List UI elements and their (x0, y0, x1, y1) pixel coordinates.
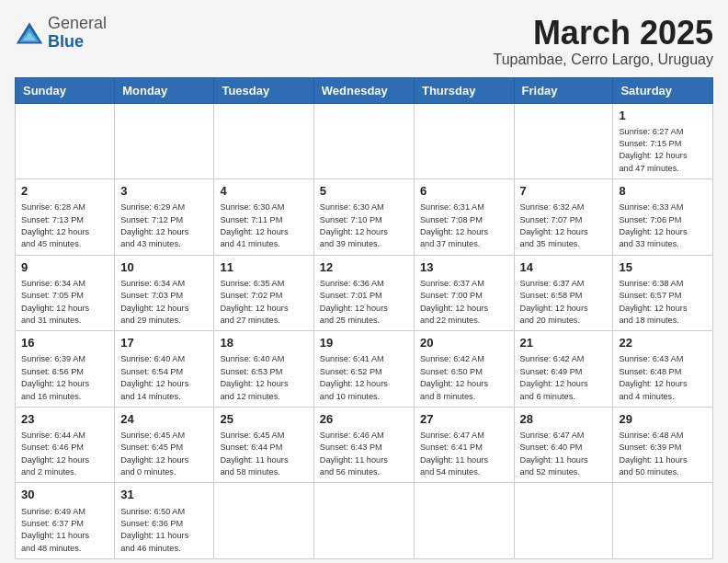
calendar-cell: 31Sunrise: 6:50 AM Sunset: 6:36 PM Dayli… (115, 483, 214, 559)
day-number: 3 (120, 183, 208, 200)
day-number: 8 (619, 183, 707, 200)
calendar-cell: 12Sunrise: 6:36 AM Sunset: 7:01 PM Dayli… (313, 255, 414, 331)
calendar-cell (313, 483, 414, 559)
day-number: 21 (520, 335, 608, 351)
day-number: 22 (619, 335, 707, 351)
day-number: 17 (120, 335, 208, 351)
calendar-cell (214, 483, 313, 559)
day-info: Sunrise: 6:45 AM Sunset: 6:44 PM Dayligh… (220, 430, 307, 478)
calendar-cell: 9Sunrise: 6:34 AM Sunset: 7:05 PM Daylig… (16, 255, 115, 331)
weekday-header-monday: Monday (115, 77, 214, 103)
day-number: 5 (320, 183, 408, 200)
weekday-header-saturday: Saturday (613, 77, 713, 103)
calendar-week-2: 2Sunrise: 6:28 AM Sunset: 7:13 PM Daylig… (16, 179, 713, 256)
calendar-week-5: 23Sunrise: 6:44 AM Sunset: 6:46 PM Dayli… (16, 407, 713, 483)
calendar-cell: 3Sunrise: 6:29 AM Sunset: 7:12 PM Daylig… (115, 179, 214, 256)
day-info: Sunrise: 6:33 AM Sunset: 7:06 PM Dayligh… (619, 201, 707, 250)
day-info: Sunrise: 6:39 AM Sunset: 6:56 PM Dayligh… (21, 353, 108, 402)
calendar-cell (613, 483, 713, 559)
day-number: 11 (220, 259, 307, 276)
day-number: 4 (220, 183, 307, 200)
logo: General Blue (15, 15, 107, 52)
calendar-cell: 1Sunrise: 6:27 AM Sunset: 7:15 PM Daylig… (613, 103, 713, 179)
calendar-cell (313, 103, 414, 179)
day-number: 27 (420, 411, 508, 428)
calendar-cell: 29Sunrise: 6:48 AM Sunset: 6:39 PM Dayli… (613, 407, 713, 483)
calendar-cell (214, 103, 313, 179)
logo-text: General Blue (48, 15, 107, 52)
day-info: Sunrise: 6:48 AM Sunset: 6:39 PM Dayligh… (619, 430, 707, 478)
calendar-cell: 16Sunrise: 6:39 AM Sunset: 6:56 PM Dayli… (16, 331, 115, 408)
weekday-header-tuesday: Tuesday (214, 77, 313, 103)
calendar-cell: 11Sunrise: 6:35 AM Sunset: 7:02 PM Dayli… (214, 255, 313, 331)
calendar-cell (414, 103, 514, 179)
calendar-cell: 20Sunrise: 6:42 AM Sunset: 6:50 PM Dayli… (414, 331, 514, 408)
calendar-cell: 14Sunrise: 6:37 AM Sunset: 6:58 PM Dayli… (514, 255, 613, 331)
day-number: 6 (420, 183, 508, 200)
day-number: 20 (420, 335, 508, 351)
day-info: Sunrise: 6:30 AM Sunset: 7:10 PM Dayligh… (320, 201, 408, 250)
day-info: Sunrise: 6:43 AM Sunset: 6:48 PM Dayligh… (619, 353, 707, 402)
day-info: Sunrise: 6:49 AM Sunset: 6:37 PM Dayligh… (21, 506, 108, 555)
calendar-cell: 4Sunrise: 6:30 AM Sunset: 7:11 PM Daylig… (214, 179, 313, 256)
calendar-cell: 2Sunrise: 6:28 AM Sunset: 7:13 PM Daylig… (16, 179, 115, 256)
calendar-cell: 26Sunrise: 6:46 AM Sunset: 6:43 PM Dayli… (313, 407, 414, 483)
calendar-cell: 8Sunrise: 6:33 AM Sunset: 7:06 PM Daylig… (613, 179, 713, 256)
calendar-cell (16, 103, 115, 179)
calendar-header-row: SundayMondayTuesdayWednesdayThursdayFrid… (16, 77, 713, 103)
month-title: March 2025 (493, 15, 713, 52)
day-info: Sunrise: 6:47 AM Sunset: 6:40 PM Dayligh… (520, 430, 608, 478)
day-number: 12 (320, 259, 408, 276)
calendar-cell: 24Sunrise: 6:45 AM Sunset: 6:45 PM Dayli… (115, 407, 214, 483)
calendar-cell: 5Sunrise: 6:30 AM Sunset: 7:10 PM Daylig… (313, 179, 414, 256)
day-number: 25 (220, 411, 307, 428)
day-info: Sunrise: 6:50 AM Sunset: 6:36 PM Dayligh… (120, 506, 208, 555)
day-number: 19 (320, 335, 408, 351)
day-number: 2 (21, 183, 108, 200)
calendar-cell: 13Sunrise: 6:37 AM Sunset: 7:00 PM Dayli… (414, 255, 514, 331)
calendar-cell: 6Sunrise: 6:31 AM Sunset: 7:08 PM Daylig… (414, 179, 514, 256)
day-number: 7 (520, 183, 608, 200)
calendar-cell: 28Sunrise: 6:47 AM Sunset: 6:40 PM Dayli… (514, 407, 613, 483)
calendar-cell (514, 483, 613, 559)
calendar-cell: 17Sunrise: 6:40 AM Sunset: 6:54 PM Dayli… (115, 331, 214, 408)
day-number: 26 (320, 411, 408, 428)
day-number: 28 (520, 411, 608, 428)
day-info: Sunrise: 6:35 AM Sunset: 7:02 PM Dayligh… (220, 278, 307, 327)
page-container: General Blue March 2025 Tupambae, Cerro … (15, 15, 713, 559)
calendar-cell: 22Sunrise: 6:43 AM Sunset: 6:48 PM Dayli… (613, 331, 713, 408)
day-info: Sunrise: 6:46 AM Sunset: 6:43 PM Dayligh… (320, 430, 408, 478)
day-number: 15 (619, 259, 707, 276)
day-info: Sunrise: 6:42 AM Sunset: 6:50 PM Dayligh… (420, 353, 508, 402)
day-number: 14 (520, 259, 608, 276)
calendar-week-1: 1Sunrise: 6:27 AM Sunset: 7:15 PM Daylig… (16, 103, 713, 179)
day-number: 1 (619, 108, 707, 124)
day-number: 10 (120, 259, 208, 276)
day-number: 23 (21, 411, 108, 428)
day-info: Sunrise: 6:47 AM Sunset: 6:41 PM Dayligh… (420, 430, 508, 478)
day-number: 18 (220, 335, 307, 351)
day-number: 9 (21, 259, 108, 276)
logo-blue-text: Blue (48, 32, 84, 51)
day-number: 16 (21, 335, 108, 351)
calendar-cell: 18Sunrise: 6:40 AM Sunset: 6:53 PM Dayli… (214, 331, 313, 408)
logo-svg (15, 20, 44, 46)
location-title: Tupambae, Cerro Largo, Uruguay (493, 52, 713, 68)
calendar-cell: 10Sunrise: 6:34 AM Sunset: 7:03 PM Dayli… (115, 255, 214, 331)
calendar-cell: 15Sunrise: 6:38 AM Sunset: 6:57 PM Dayli… (613, 255, 713, 331)
calendar-cell: 25Sunrise: 6:45 AM Sunset: 6:44 PM Dayli… (214, 407, 313, 483)
calendar-cell: 27Sunrise: 6:47 AM Sunset: 6:41 PM Dayli… (414, 407, 514, 483)
calendar-cell: 30Sunrise: 6:49 AM Sunset: 6:37 PM Dayli… (16, 483, 115, 559)
header: General Blue March 2025 Tupambae, Cerro … (15, 15, 713, 68)
weekday-header-sunday: Sunday (16, 77, 115, 103)
day-number: 29 (619, 411, 707, 428)
day-info: Sunrise: 6:38 AM Sunset: 6:57 PM Dayligh… (619, 278, 707, 327)
day-info: Sunrise: 6:29 AM Sunset: 7:12 PM Dayligh… (120, 201, 208, 250)
day-number: 13 (420, 259, 508, 276)
day-info: Sunrise: 6:27 AM Sunset: 7:15 PM Dayligh… (619, 126, 707, 175)
calendar-week-6: 30Sunrise: 6:49 AM Sunset: 6:37 PM Dayli… (16, 483, 713, 559)
calendar-cell: 21Sunrise: 6:42 AM Sunset: 6:49 PM Dayli… (514, 331, 613, 408)
calendar-table: SundayMondayTuesdayWednesdayThursdayFrid… (15, 77, 713, 559)
day-info: Sunrise: 6:28 AM Sunset: 7:13 PM Dayligh… (21, 201, 108, 250)
weekday-header-wednesday: Wednesday (313, 77, 414, 103)
